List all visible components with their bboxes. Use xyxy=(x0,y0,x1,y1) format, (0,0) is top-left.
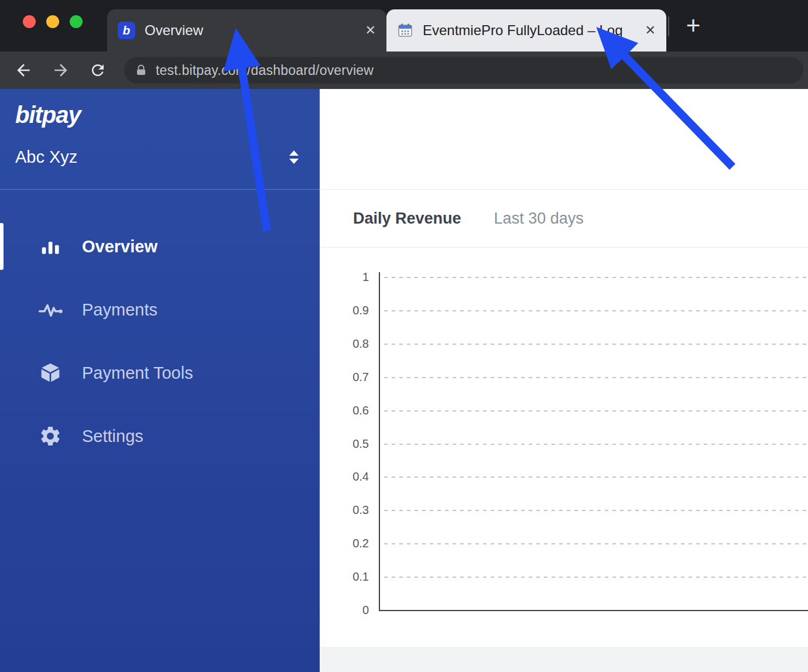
gridline xyxy=(384,476,808,478)
chart-area: 10.90.80.70.60.50.40.30.20.10 xyxy=(320,247,808,657)
x-axis-line xyxy=(379,610,808,611)
window-zoom-button[interactable] xyxy=(70,15,83,28)
tab-close-icon[interactable]: ✕ xyxy=(645,23,656,38)
tab-eventmiepro-label: EventmiePro FullyLoaded – Log xyxy=(423,22,639,39)
gridline xyxy=(384,444,808,445)
tab-eventmiepro[interactable]: EventmiePro FullyLoaded – Log ✕ xyxy=(386,9,666,52)
tab-overview[interactable]: b Overview ✕ xyxy=(107,9,386,52)
gridline xyxy=(384,377,808,378)
y-tick-label: 0 xyxy=(320,602,369,618)
sidebar: bitpay Abc Xyz Overview xyxy=(0,89,320,672)
sidebar-item-payments[interactable]: Payments xyxy=(0,278,320,341)
y-tick-label: 0.5 xyxy=(320,436,369,451)
gear-icon xyxy=(37,424,63,448)
sidebar-item-overview[interactable]: Overview xyxy=(0,215,320,278)
sidebar-item-label: Payments xyxy=(82,300,158,320)
y-tick-label: 0.2 xyxy=(320,536,369,551)
gridline xyxy=(384,277,808,278)
page-title: Daily Revenue xyxy=(353,210,461,228)
org-name: Abc Xyz xyxy=(15,148,77,167)
back-icon[interactable] xyxy=(14,61,33,80)
y-tick-label: 0.1 xyxy=(320,569,369,584)
pulse-icon xyxy=(37,297,63,323)
lock-icon xyxy=(135,64,148,77)
tab-separator xyxy=(668,16,669,36)
sidebar-divider xyxy=(0,189,320,190)
tab-strip: b Overview ✕ EventmiePro FullyLoaded – L… xyxy=(0,0,808,52)
calendar-favicon xyxy=(397,22,413,39)
date-range-label: Last 30 days xyxy=(494,210,584,228)
sidebar-item-settings[interactable]: Settings xyxy=(0,404,320,468)
tab-close-icon[interactable]: ✕ xyxy=(365,23,376,38)
window-close-button[interactable] xyxy=(23,15,36,28)
sidebar-item-label: Payment Tools xyxy=(82,364,193,383)
bar-chart-icon xyxy=(37,235,63,258)
new-tab-button[interactable]: + xyxy=(679,12,707,40)
y-tick-label: 0.3 xyxy=(320,502,369,517)
bitpay-logo: bitpay xyxy=(15,102,320,128)
tab-overview-label: Overview xyxy=(145,22,360,39)
bitpay-favicon: b xyxy=(118,22,135,39)
gridline xyxy=(384,543,808,544)
sidebar-item-label: Overview xyxy=(82,237,158,256)
y-tick-label: 1 xyxy=(320,269,369,284)
y-tick-label: 0.9 xyxy=(320,303,369,318)
gridline xyxy=(384,344,808,345)
url-text: test.bitpay.com/dashboard/overview xyxy=(156,63,374,78)
y-tick-label: 0.8 xyxy=(320,336,369,351)
sidebar-item-label: Settings xyxy=(82,427,143,446)
browser-chrome: b Overview ✕ EventmiePro FullyLoaded – L… xyxy=(0,0,808,89)
url-bar[interactable]: test.bitpay.com/dashboard/overview xyxy=(124,57,803,84)
y-tick-label: 0.4 xyxy=(320,469,369,484)
cube-icon xyxy=(37,361,63,385)
window-minimize-button[interactable] xyxy=(46,15,59,28)
forward-icon[interactable] xyxy=(52,61,70,80)
browser-toolbar: test.bitpay.com/dashboard/overview xyxy=(0,52,808,89)
main-content: Daily Revenue Last 30 days 10.90.80.70.6… xyxy=(320,89,808,672)
traffic-lights xyxy=(23,15,83,28)
app-window: bitpay Abc Xyz Overview xyxy=(0,89,808,672)
gridline xyxy=(384,577,808,578)
gridline xyxy=(384,510,808,511)
reload-icon[interactable] xyxy=(89,61,108,80)
y-axis-line xyxy=(379,272,380,611)
y-tick-label: 0.7 xyxy=(320,369,369,385)
org-selector[interactable]: Abc Xyz xyxy=(15,148,299,167)
gridline xyxy=(384,410,808,412)
sidebar-item-payment-tools[interactable]: Payment Tools xyxy=(0,341,320,404)
sidebar-nav: Overview Payments xyxy=(0,215,320,468)
page-bottom-band xyxy=(320,647,808,672)
chart-header: Daily Revenue Last 30 days xyxy=(320,190,808,247)
chevron-updown-icon xyxy=(289,150,299,164)
bitpay-favicon-letter: b xyxy=(123,23,131,37)
gridline xyxy=(384,310,808,311)
y-tick-label: 0.6 xyxy=(320,403,369,418)
